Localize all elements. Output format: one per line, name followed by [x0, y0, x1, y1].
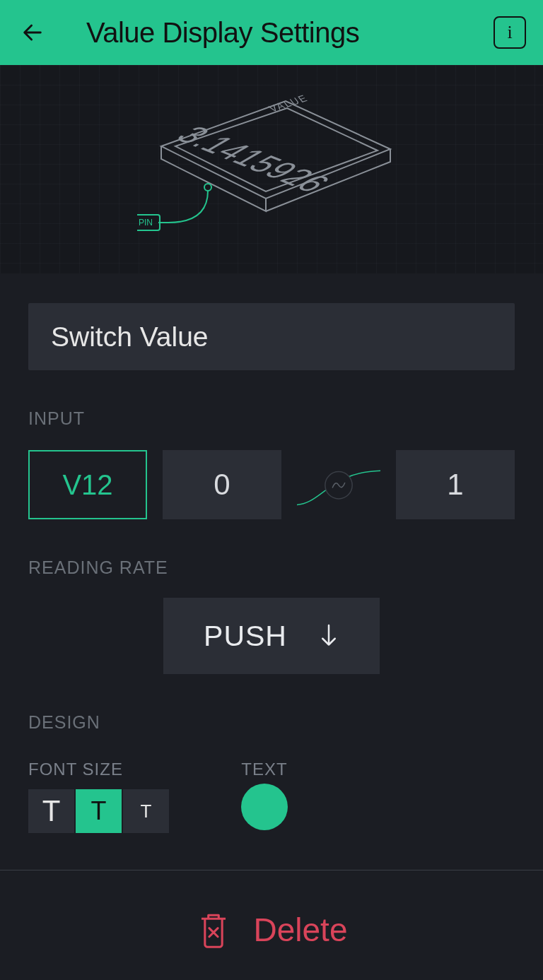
- arrow-down-icon: [318, 623, 339, 649]
- preview-area: VALUE 3.1415926 PIN: [0, 65, 543, 273]
- delete-label: Delete: [254, 911, 348, 949]
- text-color-picker[interactable]: [241, 784, 288, 830]
- reading-rate-label: READING RATE: [28, 557, 515, 578]
- widget-illustration: VALUE 3.1415926 PIN: [137, 88, 406, 251]
- info-button[interactable]: i: [494, 16, 526, 49]
- svg-text:PIN: PIN: [139, 218, 153, 228]
- text-color-label: TEXT: [241, 760, 288, 779]
- reading-rate-value: PUSH: [204, 620, 287, 653]
- svg-text:VALUE: VALUE: [267, 93, 310, 114]
- info-icon: i: [507, 22, 512, 43]
- back-button[interactable]: [17, 17, 48, 48]
- page-title: Value Display Settings: [86, 17, 359, 49]
- divider: [0, 870, 543, 870]
- pin-selector[interactable]: V12: [28, 450, 147, 519]
- max-value-input[interactable]: 1: [396, 450, 515, 519]
- range-curve: [297, 450, 380, 519]
- header: Value Display Settings i: [0, 0, 543, 65]
- font-size-medium[interactable]: T: [76, 789, 122, 833]
- font-size-label: FONT SIZE: [28, 760, 170, 779]
- design-section-label: DESIGN: [28, 712, 515, 733]
- trash-icon: [196, 910, 231, 950]
- min-value-input[interactable]: 0: [163, 450, 281, 519]
- font-size-small[interactable]: T: [123, 789, 169, 833]
- svg-point-2: [204, 184, 211, 191]
- arrow-left-icon: [21, 20, 45, 45]
- input-section-label: INPUT: [28, 408, 515, 429]
- font-size-large[interactable]: T: [28, 789, 74, 833]
- widget-name-input[interactable]: Switch Value: [28, 303, 515, 370]
- reading-rate-selector[interactable]: PUSH: [163, 598, 380, 674]
- delete-button[interactable]: Delete: [28, 910, 515, 950]
